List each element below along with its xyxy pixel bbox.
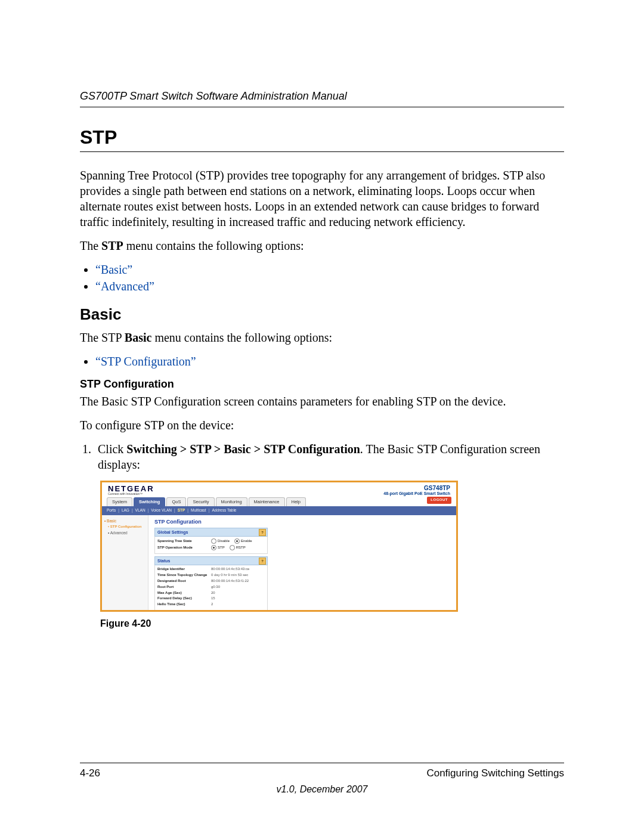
- panel-head-status: Status ?: [154, 556, 268, 565]
- subnav-ports[interactable]: Ports: [107, 508, 116, 513]
- separator: |: [209, 508, 210, 513]
- row-bridge-identifier: Bridge Identifier80:00:00:14:4c:53:43:ce: [157, 566, 265, 572]
- text: Click: [98, 442, 126, 456]
- basic-menu-sentence: The STP Basic menu contains the followin…: [80, 330, 564, 345]
- brand-block: NETGEAR Connect with Innovation™: [108, 485, 154, 496]
- footer-rule: [80, 763, 564, 763]
- tab-security[interactable]: Security: [187, 497, 214, 506]
- page-number: 4-26: [80, 767, 100, 780]
- subnav-multicast[interactable]: Multicast: [191, 508, 206, 513]
- row-hello-time: Hello Time (Sec)2: [157, 602, 265, 608]
- stp-options-list: “Basic” “Advanced”: [80, 262, 564, 294]
- screenshot-header: NETGEAR Connect with Innovation™ GS748TP…: [102, 482, 456, 497]
- manual-page: GS700TP Smart Switch Software Administra…: [0, 0, 644, 833]
- tab-switching[interactable]: Switching: [134, 497, 165, 506]
- panel-body-global: Spanning Tree State Disable Enable STP O…: [154, 537, 268, 554]
- text-bold: STP: [101, 239, 123, 252]
- radio-dot: [211, 545, 216, 550]
- radio-disable[interactable]: Disable: [211, 538, 230, 544]
- footer-line: 4-26 Configuring Switching Settings: [80, 767, 564, 780]
- status-panel: Status ? Bridge Identifier80:00:00:14:4c…: [154, 556, 268, 610]
- link-advanced[interactable]: “Advanced”: [95, 280, 154, 293]
- screenshot-stp-config: NETGEAR Connect with Innovation™ GS748TP…: [100, 481, 458, 612]
- subnav-vlan[interactable]: VLAN: [135, 508, 145, 513]
- sidebar: • Basic • STP Configuration • Advanced: [102, 515, 148, 611]
- subnav-lag[interactable]: LAG: [122, 508, 129, 513]
- row-max-age: Max Age (Sec)20: [157, 590, 265, 596]
- screenshot-body: • Basic • STP Configuration • Advanced S…: [102, 515, 456, 611]
- row-stp-operation-mode: STP Operation Mode STP RSTP: [157, 544, 265, 551]
- help-icon[interactable]: ?: [259, 558, 266, 565]
- tab-help[interactable]: Help: [286, 497, 306, 506]
- subsection-title-basic: Basic: [80, 305, 564, 325]
- label: Designated Root: [157, 579, 211, 584]
- sidebar-group-basic[interactable]: • Basic: [104, 519, 145, 524]
- separator: |: [174, 508, 175, 513]
- text: The: [80, 239, 101, 252]
- radio-stp[interactable]: STP: [211, 545, 225, 550]
- tab-maintenance[interactable]: Maintenance: [249, 497, 285, 506]
- value: 15: [211, 596, 215, 601]
- link-stp-configuration[interactable]: “STP Configuration”: [95, 355, 196, 368]
- radio-dot: [211, 538, 216, 544]
- tab-qos[interactable]: QoS: [166, 497, 186, 506]
- sidebar-item-stp-configuration[interactable]: • STP Configuration: [104, 525, 145, 529]
- brand-tagline: Connect with Innovation™: [108, 493, 154, 496]
- subnav-stp[interactable]: STP: [178, 508, 185, 513]
- value: g0:30: [211, 585, 220, 590]
- row-root-port: Root Portg0:30: [157, 584, 265, 590]
- figure-caption: Figure 4-20: [100, 618, 458, 630]
- tab-system[interactable]: System: [107, 497, 132, 506]
- logout-button[interactable]: LOGOUT: [427, 497, 451, 504]
- radio-rstp[interactable]: RSTP: [230, 545, 246, 550]
- value: 0 day 0 hr 9 min 53 sec: [211, 573, 248, 578]
- label: Root Port: [157, 585, 211, 590]
- product-model: GS748TP: [383, 485, 450, 491]
- basic-options-list: “STP Configuration”: [80, 354, 564, 369]
- panel-head-label: Status: [157, 559, 170, 563]
- radio-label: Enable: [241, 539, 252, 544]
- text: menu contains the following options:: [123, 239, 304, 252]
- section-rule: [80, 151, 564, 152]
- stpconfig-steps: Click Switching > STP > Basic > STP Conf…: [80, 441, 564, 472]
- link-basic[interactable]: “Basic”: [95, 263, 132, 276]
- main-panel: STP Configuration Global Settings ? Span…: [148, 515, 456, 611]
- product-desc: 48-port Gigabit PoE Smart Switch: [383, 491, 450, 496]
- radio-dot: [234, 538, 240, 544]
- text-bold: Basic: [125, 331, 152, 344]
- row-spanning-tree-state: Spanning Tree State Disable Enable: [157, 538, 265, 544]
- label: Bridge Identifier: [157, 567, 211, 572]
- panel-body-status: Bridge Identifier80:00:00:14:4c:53:43:ce…: [154, 565, 268, 610]
- stpconfig-desc: The Basic STP Configuration screen conta…: [80, 394, 564, 409]
- tab-monitoring[interactable]: Monitoring: [216, 497, 247, 506]
- radio-label: Disable: [218, 539, 230, 544]
- text: The STP: [80, 331, 125, 344]
- stp-menu-sentence: The STP menu contains the following opti…: [80, 238, 564, 253]
- panel-title: STP Configuration: [154, 519, 450, 526]
- sidebar-item-advanced[interactable]: • Advanced: [104, 531, 145, 535]
- panel-head-global: Global Settings ?: [154, 528, 268, 537]
- chapter-title: Configuring Switching Settings: [426, 767, 564, 780]
- subnav-voice-vlan[interactable]: Voice VLAN: [151, 508, 172, 513]
- value: 2: [211, 602, 213, 607]
- radio-enable[interactable]: Enable: [234, 538, 252, 544]
- subsubsection-title-stpconfig: STP Configuration: [80, 377, 564, 391]
- text-bold: Switching > STP > Basic > STP Configurat…: [126, 442, 360, 456]
- value: 80:00:00:14:4c:53:43:ce: [211, 567, 249, 572]
- radio-label: STP: [218, 546, 225, 550]
- figure-4-20: NETGEAR Connect with Innovation™ GS748TP…: [100, 481, 458, 630]
- stpconfig-lead: To configure STP on the device:: [80, 417, 564, 433]
- separator: |: [148, 508, 149, 513]
- help-icon[interactable]: ?: [259, 529, 266, 536]
- separator: |: [118, 508, 119, 513]
- stp-intro-paragraph: Spanning Tree Protocol (STP) provides tr…: [80, 168, 564, 230]
- label: Forward Delay (Sec): [157, 596, 211, 601]
- separator: |: [132, 508, 133, 513]
- global-settings-panel: Global Settings ? Spanning Tree State Di…: [154, 528, 268, 554]
- subnav-address-table[interactable]: Address Table: [212, 508, 236, 513]
- main-tabs: System Switching QoS Security Monitoring…: [102, 497, 456, 506]
- radio-label: RSTP: [236, 546, 246, 550]
- label: Spanning Tree State: [157, 539, 211, 544]
- separator: |: [187, 508, 188, 513]
- label: Time Since Topology Change: [157, 573, 211, 578]
